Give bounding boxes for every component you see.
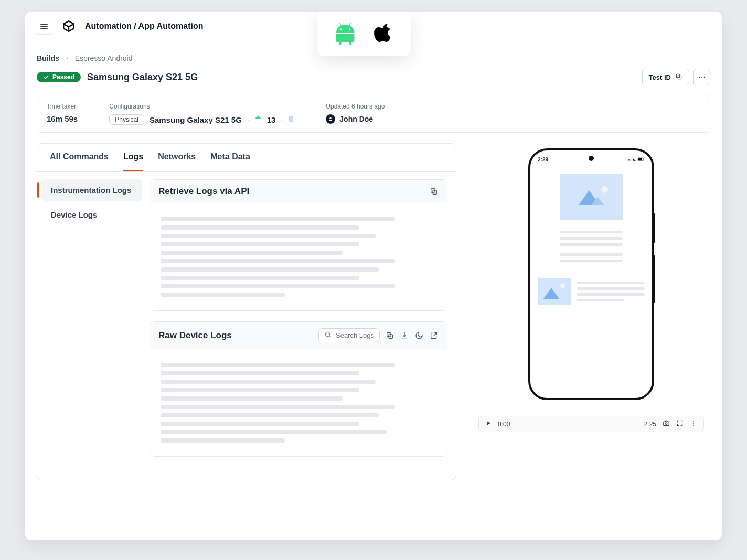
moon-icon[interactable] (414, 331, 424, 340)
more-vertical-icon[interactable] (690, 419, 697, 428)
search-icon (324, 331, 332, 340)
android-small-icon (254, 115, 262, 124)
download-icon[interactable] (400, 331, 409, 340)
app-window: Automation / App Automation Builds Espre… (25, 12, 722, 540)
external-link-icon[interactable] (429, 331, 439, 340)
svg-rect-5 (290, 116, 293, 121)
phone-text-placeholder (538, 227, 645, 266)
summary-time-value: 16m 59s (47, 114, 78, 123)
svg-point-9 (325, 332, 329, 336)
user-name: John Doe (339, 115, 373, 123)
copy-icon[interactable] (385, 331, 394, 340)
search-logs-input[interactable]: Search Logs (318, 328, 380, 342)
svg-point-3 (701, 77, 702, 78)
content-area: Builds Espresso Android Passed Samsung G… (25, 41, 722, 540)
svg-point-20 (665, 423, 667, 425)
tabs-row: All Commands Logs Networks Meta Data (37, 144, 456, 172)
page-title: Samsung Galaxy S21 5G (87, 72, 198, 83)
apple-icon[interactable] (374, 21, 395, 47)
phone-time: 2:29 (538, 157, 548, 163)
log-card-raw-title: Raw Device Logs (158, 330, 232, 341)
tabs-panel: All Commands Logs Networks Meta Data Ins… (37, 143, 456, 480)
breadcrumb-header: Automation / App Automation (85, 21, 203, 31)
config-os-version: 13 (267, 115, 276, 124)
video-controls[interactable]: 0:00 2:25 (478, 416, 704, 432)
more-button[interactable] (693, 69, 710, 85)
summary-updated-label: Updated 6 hours ago (326, 103, 385, 110)
search-placeholder: Search Logs (336, 331, 374, 339)
android-icon[interactable] (333, 21, 357, 47)
tab-logs[interactable]: Logs (123, 144, 143, 171)
summary-card: Time taken 16m 59s Configurations Physic… (37, 95, 710, 133)
svg-point-22 (693, 423, 694, 424)
summary-time-label: Time taken (47, 103, 78, 110)
copy-icon (675, 73, 682, 82)
summary-config: Configurations Physical Samsung Galaxy S… (109, 103, 294, 125)
sidebar-item-device-logs[interactable]: Device Logs (42, 204, 142, 225)
app-small-icon (288, 115, 294, 124)
breadcrumb-root[interactable]: Builds (37, 54, 59, 62)
log-card-api: Retrieve Logs via API (150, 179, 447, 311)
logs-area: Retrieve Logs via API (147, 172, 456, 480)
status-badge-label: Passed (52, 73, 74, 81)
test-id-button[interactable]: Test ID (642, 69, 689, 85)
config-device: Samsung Galaxy S21 5G (150, 115, 242, 124)
summary-updated: Updated 6 hours ago John Doe (326, 103, 385, 124)
camera-icon[interactable] (663, 419, 670, 428)
copy-icon[interactable] (429, 187, 439, 196)
tab-networks[interactable]: Networks (158, 144, 196, 171)
svg-point-4 (704, 77, 705, 78)
device-preview-column: 2:29 (472, 143, 710, 432)
video-time-total: 2:25 (644, 421, 656, 428)
config-chip: Physical (109, 114, 144, 125)
log-card-api-body (150, 203, 447, 310)
phone-status-icons (627, 157, 645, 163)
phone-camera-icon (589, 156, 594, 161)
video-time-current: 0:00 (498, 421, 510, 428)
avatar-icon (326, 114, 335, 124)
svg-rect-19 (664, 422, 669, 426)
device-preview: 2:29 (528, 148, 654, 400)
title-row: Passed Samsung Galaxy S21 5G Test ID (37, 69, 710, 85)
summary-time: Time taken 16m 59s (47, 103, 78, 123)
play-icon[interactable] (485, 420, 492, 428)
svg-rect-13 (638, 158, 642, 160)
svg-point-6 (330, 117, 332, 119)
menu-button[interactable] (36, 18, 52, 35)
fullscreen-icon[interactable] (676, 419, 684, 428)
logs-sidebar: Instrumentation Logs Device Logs (37, 172, 147, 480)
platform-selector-card (317, 12, 411, 56)
tab-meta-data[interactable]: Meta Data (210, 144, 250, 171)
svg-marker-17 (543, 288, 560, 299)
log-card-raw: Raw Device Logs Search Logs (150, 321, 447, 457)
log-card-api-title: Retrieve Logs via API (158, 186, 249, 197)
log-card-raw-body (150, 349, 447, 456)
phone-image-placeholder (560, 174, 623, 220)
tab-all-commands[interactable]: All Commands (50, 144, 109, 171)
status-badge: Passed (37, 72, 81, 82)
svg-point-2 (699, 77, 700, 78)
test-id-label: Test ID (649, 73, 671, 81)
logo-icon (61, 18, 77, 34)
phone-list-item (538, 278, 645, 305)
svg-point-21 (693, 421, 694, 422)
sidebar-item-instrumentation[interactable]: Instrumentation Logs (42, 179, 142, 201)
svg-point-23 (693, 425, 694, 426)
svg-point-18 (560, 283, 565, 288)
svg-point-16 (601, 186, 608, 193)
chevron-right-icon (65, 54, 70, 62)
phone-thumb-placeholder (538, 278, 571, 305)
breadcrumb-leaf: Espresso Android (75, 54, 133, 62)
summary-config-label: Configurations (109, 103, 294, 110)
